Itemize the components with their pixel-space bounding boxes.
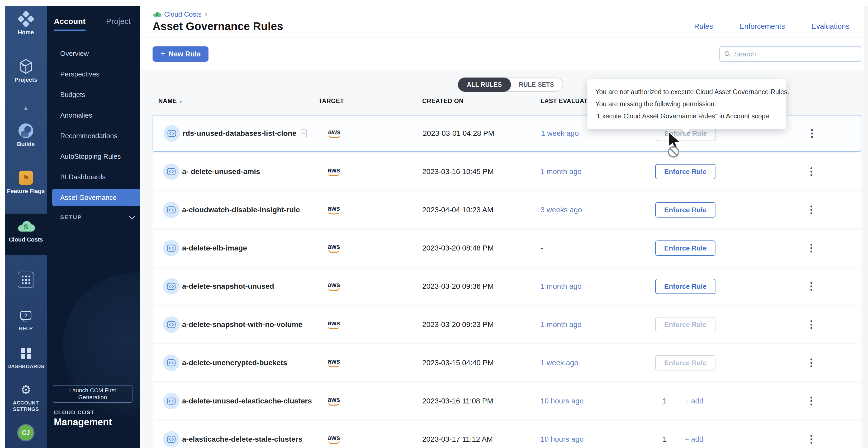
page-scrollbar[interactable] — [864, 6, 868, 448]
rule-name: a-delete-snapshot-with-no-volume — [182, 320, 303, 329]
enforcement-cell: Enforce Rule — [655, 240, 766, 256]
last-evaluation-link[interactable]: 1 month ago — [540, 167, 582, 176]
search-input[interactable] — [734, 50, 857, 58]
new-rule-button[interactable]: + New Rule — [153, 46, 209, 62]
created-on-value: 2023-03-20 09:36 PM — [422, 282, 494, 290]
table-row[interactable]: a-delete-snapshot-with-no-volume aws 202… — [153, 306, 861, 343]
kebab-menu-icon[interactable] — [806, 167, 816, 176]
kebab-menu-icon[interactable] — [807, 129, 817, 138]
created-on-value: 2023-03-01 04:28 PM — [423, 129, 494, 138]
aws-target-logo: aws — [324, 205, 343, 215]
rule-name: a-cloudwatch-disable-insight-rule — [182, 206, 300, 214]
permission-tooltip: You are not authorized to execute Cloud … — [587, 79, 786, 129]
kebab-menu-icon[interactable] — [806, 282, 816, 291]
cloud-costs-icon: $ — [5, 218, 47, 235]
menu-item-bi-dashboards[interactable]: BI Dashboards — [47, 167, 140, 187]
sidebar-item-account-settings[interactable]: ⚙ ACCOUNT SETTINGS — [5, 381, 47, 412]
setup-section-toggle[interactable]: SETUP — [60, 214, 134, 220]
last-evaluation-link: - — [540, 244, 543, 252]
toggle-all-rules[interactable]: ALL RULES — [458, 77, 511, 92]
kebab-menu-icon[interactable] — [806, 320, 816, 329]
home-icon — [17, 10, 34, 27]
last-evaluation-link[interactable]: 1 week ago — [540, 358, 578, 367]
scope-tabs: Account Project — [54, 17, 133, 31]
sidebar-item-feature-flags[interactable]: ⚑ Feature Flags — [5, 169, 47, 195]
menu-item-overview[interactable]: Overview — [47, 43, 140, 64]
feature-flags-icon: ⚑ — [19, 171, 33, 185]
sidebar-item-projects[interactable]: Projects — [5, 58, 47, 83]
rule-icon — [163, 431, 180, 447]
svg-text:$: $ — [156, 13, 158, 16]
menu-item-asset-governance[interactable]: Asset Governance — [52, 189, 140, 206]
enforce-rule-button[interactable]: Enforce Rule — [655, 202, 715, 217]
kebab-menu-icon[interactable] — [806, 206, 816, 214]
add-enforcement-link[interactable]: + add — [685, 435, 704, 444]
last-evaluation-link[interactable]: 10 hours ago — [540, 435, 584, 444]
enforce-rule-button[interactable]: Enforce Rule — [655, 279, 715, 294]
rail-collapse-icon[interactable]: ▲ — [5, 104, 47, 111]
created-on-value: 2023-03-15 04:40 PM — [422, 358, 494, 367]
table-row[interactable]: a-delete-elb-image aws 2023-03-20 08:48 … — [153, 230, 861, 267]
rule-name: a-delete-unencrypted-buckets — [182, 358, 287, 367]
menu-item-perspectives[interactable]: Perspectives — [47, 64, 140, 84]
last-evaluation-link[interactable]: 3 weeks ago — [540, 206, 582, 214]
table-row[interactable]: a-delete-snapshot-unused aws 2023-03-20 … — [153, 268, 861, 305]
last-evaluation-link[interactable]: 1 week ago — [541, 129, 579, 138]
table-row[interactable]: a-cloudwatch-disable-insight-rule aws 20… — [153, 192, 861, 228]
table-row[interactable]: a-delete-unencrypted-buckets aws 2023-03… — [153, 344, 861, 381]
module-picker-button[interactable] — [18, 272, 34, 288]
rule-name: a-elasticache-delete-stale-clusters — [182, 435, 303, 444]
aws-target-logo: aws — [324, 282, 343, 291]
plus-icon: + — [160, 49, 165, 59]
menu-item-budgets[interactable]: Budgets — [47, 84, 140, 105]
kebab-menu-icon[interactable] — [806, 397, 816, 406]
grid-icon — [22, 276, 30, 284]
rule-icon — [163, 393, 180, 409]
kebab-menu-icon[interactable] — [806, 244, 816, 252]
menu-item-recommendations[interactable]: Recommendations — [47, 126, 140, 146]
sidebar-item-dashboards[interactable]: DASHBOARDS — [5, 345, 47, 370]
aws-target-logo: aws — [324, 397, 343, 406]
sidebar-item-help[interactable]: ? HELP — [5, 307, 47, 332]
column-header-name[interactable]: NAME▾ — [158, 98, 182, 105]
created-on-value: 2023-03-17 11:12 AM — [422, 435, 493, 444]
sidebar-item-home[interactable]: Home — [5, 10, 47, 36]
aws-target-logo: aws — [324, 244, 343, 253]
dashboards-icon — [21, 348, 31, 358]
last-evaluation-link[interactable]: 10 hours ago — [540, 397, 584, 405]
enforce-rule-button[interactable]: Enforce Rule — [655, 317, 715, 332]
last-evaluation-link[interactable]: 1 month ago — [540, 320, 582, 329]
tooltip-line: "Execute Cloud Asset Governance Rules" i… — [595, 110, 778, 122]
enforce-rule-button[interactable]: Enforce Rule — [655, 355, 715, 371]
tab-project[interactable]: Project — [106, 17, 131, 31]
menu-item-anomalies[interactable]: Anomalies — [47, 105, 140, 126]
launch-ccm-first-gen-button[interactable]: Launch CCM First Generation — [53, 385, 132, 403]
column-header-created-on: CREATED ON — [422, 98, 463, 105]
kebab-menu-icon[interactable] — [806, 435, 816, 444]
user-avatar[interactable]: CJ — [18, 425, 33, 440]
nav-link-rules[interactable]: Rules — [694, 22, 713, 31]
enforce-rule-button[interactable]: Enforce Rule — [655, 240, 715, 256]
cube-icon — [5, 58, 47, 75]
kebab-menu-icon[interactable] — [806, 358, 816, 367]
sidebar-item-cloud-costs[interactable]: $ Cloud Costs — [5, 218, 47, 243]
breadcrumb-cloud-costs-link[interactable]: Cloud Costs — [164, 10, 202, 19]
enforce-rule-button[interactable]: Enforce Rule — [655, 164, 715, 179]
tab-account[interactable]: Account — [54, 17, 86, 31]
nav-link-enforcements[interactable]: Enforcements — [739, 22, 785, 31]
last-evaluation-link[interactable]: 1 month ago — [540, 282, 582, 290]
created-on-value: 2023-04-04 10:23 AM — [422, 206, 493, 214]
copy-icon[interactable] — [301, 130, 307, 137]
table-row[interactable]: a-elasticache-delete-stale-clusters aws … — [153, 421, 861, 448]
rule-name: rds-unused-databases-list-clone — [183, 129, 297, 138]
module-panel: Account Project Overview Perspectives Bu… — [47, 6, 140, 448]
toggle-rule-sets[interactable]: RULE SETS — [510, 77, 563, 92]
table-row[interactable]: a- delete-unused-amis aws 2023-03-16 10:… — [153, 153, 861, 190]
table-row[interactable]: a-delete-unused-elasticache-clusters aws… — [153, 383, 861, 419]
toolbar: + New Rule — [140, 37, 868, 70]
nav-link-evaluations[interactable]: Evaluations — [811, 22, 849, 31]
menu-item-autostopping-rules[interactable]: AutoStopping Rules — [47, 146, 140, 167]
rule-icon — [163, 164, 180, 180]
sidebar-item-builds[interactable]: Builds — [5, 122, 47, 148]
add-enforcement-link[interactable]: + add — [685, 397, 704, 405]
